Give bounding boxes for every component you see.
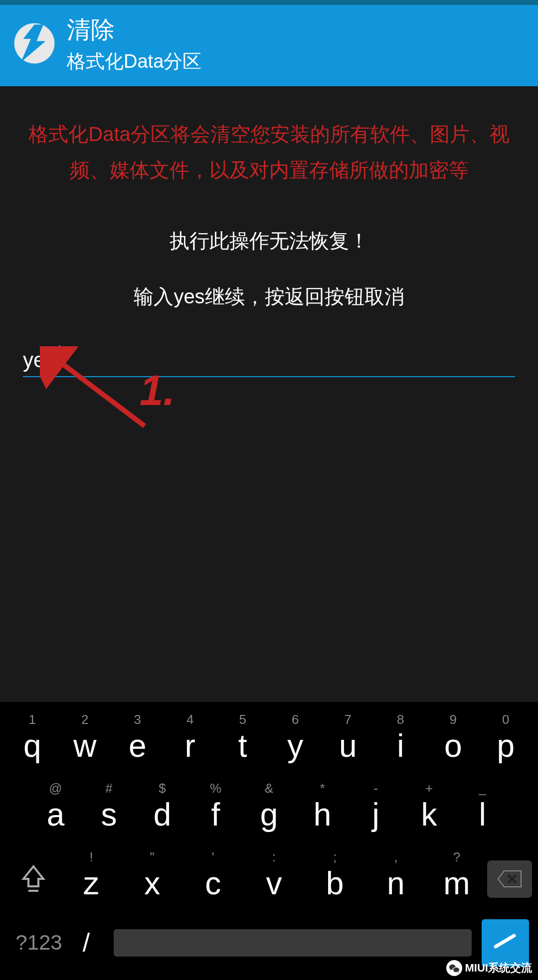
- key-z[interactable]: !z: [61, 846, 122, 911]
- symbols-key[interactable]: ?123: [9, 931, 69, 955]
- warning-text: 格式化Data分区将会清空您安装的所有软件、图片、视频、媒体文件，以及对内置存储…: [20, 116, 518, 188]
- content-area: 格式化Data分区将会清空您安装的所有软件、图片、视频、媒体文件，以及对内置存储…: [0, 86, 538, 397]
- confirm-input[interactable]: [23, 344, 515, 377]
- key-w[interactable]: 2w: [59, 709, 112, 774]
- key-u[interactable]: 7u: [322, 709, 374, 774]
- keyboard-row-2: @a#s$d%f&g*h-j+k_l: [4, 778, 534, 842]
- key-b[interactable]: ;b: [305, 846, 365, 911]
- key-e[interactable]: 3e: [111, 709, 164, 774]
- key-h[interactable]: *h: [296, 778, 349, 842]
- key-k[interactable]: +k: [402, 778, 456, 842]
- wechat-icon: [446, 960, 462, 976]
- virtual-keyboard: 1q2w3e4r5t6y7u8i9o0p @a#s$d%f&g*h-j+k_l …: [0, 702, 538, 980]
- enter-key[interactable]: [482, 919, 529, 967]
- key-a[interactable]: @a: [29, 778, 82, 842]
- watermark: MIUI系统交流: [446, 960, 532, 976]
- key-p[interactable]: 0p: [480, 709, 533, 774]
- slash-key[interactable]: /: [69, 928, 104, 958]
- key-y[interactable]: 6y: [269, 709, 322, 774]
- backspace-key[interactable]: [487, 860, 532, 898]
- key-n[interactable]: ,n: [365, 846, 426, 911]
- key-g[interactable]: &g: [242, 778, 296, 842]
- key-x[interactable]: "x: [122, 846, 182, 911]
- instruction-text: 执行此操作无法恢复！ 输入yes继续，按返回按钮取消: [134, 213, 404, 324]
- key-v[interactable]: :v: [243, 846, 304, 911]
- status-bar: [0, 0, 538, 5]
- key-q[interactable]: 1q: [6, 709, 59, 774]
- key-f[interactable]: %f: [189, 778, 242, 842]
- key-d[interactable]: $d: [136, 778, 189, 842]
- keyboard-row-1: 1q2w3e4r5t6y7u8i9o0p: [4, 709, 534, 774]
- key-c[interactable]: 'c: [182, 846, 243, 911]
- page-title: 清除: [67, 14, 201, 46]
- key-l[interactable]: _l: [456, 778, 509, 842]
- space-key[interactable]: [114, 929, 472, 957]
- instruction-line-2: 输入yes继续，按返回按钮取消: [134, 269, 404, 324]
- text-cursor: [59, 345, 60, 370]
- key-t[interactable]: 5t: [216, 709, 269, 774]
- key-i[interactable]: 8i: [374, 709, 427, 774]
- header: 清除 格式化Data分区: [0, 5, 538, 86]
- keyboard-row-3: !z"x'c:v;b,n?m: [4, 846, 534, 911]
- key-j[interactable]: -j: [349, 778, 402, 842]
- instruction-line-1: 执行此操作无法恢复！: [134, 213, 404, 269]
- watermark-text: MIUI系统交流: [465, 961, 532, 976]
- page-subtitle: 格式化Data分区: [67, 49, 201, 74]
- key-s[interactable]: #s: [82, 778, 136, 842]
- input-container: [20, 344, 518, 377]
- shift-key[interactable]: [6, 851, 61, 906]
- twrp-logo-icon: [12, 21, 57, 68]
- key-m[interactable]: ?m: [426, 846, 487, 911]
- key-r[interactable]: 4r: [164, 709, 217, 774]
- key-o[interactable]: 9o: [427, 709, 480, 774]
